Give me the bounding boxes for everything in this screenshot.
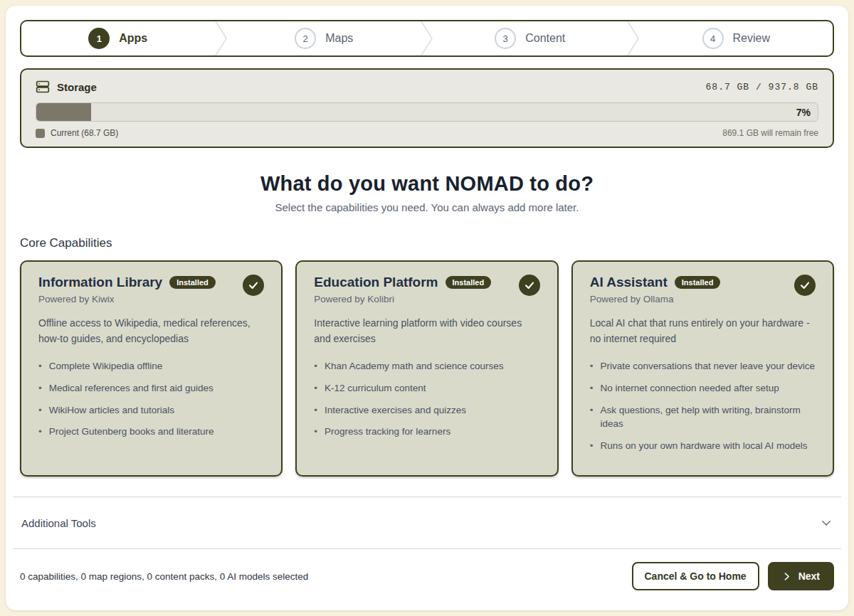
chevron-right-icon xyxy=(782,572,791,581)
storage-percent-label: 7% xyxy=(796,107,811,118)
page-title: What do you want NOMAD to do? xyxy=(20,172,834,196)
storage-usage-readout: 68.7 GB / 937.8 GB xyxy=(706,82,818,92)
step-label: Apps xyxy=(119,32,147,45)
feature-text: Progress tracking for learners xyxy=(325,425,450,439)
step-number-badge: 1 xyxy=(88,28,110,49)
additional-tools-toggle[interactable]: Additional Tools xyxy=(20,497,834,548)
next-button-label: Next xyxy=(798,570,820,582)
feature-text: Medical references and first aid guides xyxy=(49,381,214,395)
check-icon[interactable] xyxy=(243,275,264,296)
card-description: Local AI chat that runs entirely on your… xyxy=(590,316,816,346)
feature-item: •Progress tracking for learners xyxy=(314,425,539,439)
feature-text: Interactive exercises and quizzes xyxy=(325,403,466,418)
stepper-step-apps[interactable]: 1 Apps xyxy=(21,21,215,55)
chevron-right-icon xyxy=(421,21,433,55)
feature-text: Private conversations that never leave y… xyxy=(600,359,815,373)
powered-by-label: Powered by Ollama xyxy=(590,294,721,304)
feature-text: Runs on your own hardware with local AI … xyxy=(600,439,807,453)
feature-text: Ask questions, get help with writing, br… xyxy=(600,403,816,431)
section-title-core-capabilities: Core Capabilities xyxy=(20,236,834,250)
step-label: Review xyxy=(733,32,770,45)
capability-card-information-library[interactable]: Information Library Installed Powered by… xyxy=(20,260,283,477)
bullet-glyph: • xyxy=(590,381,594,395)
card-title: Information Library xyxy=(38,275,162,290)
legend-current-swatch xyxy=(36,129,45,138)
installed-badge: Installed xyxy=(446,276,492,289)
bullet-glyph: • xyxy=(590,359,594,373)
step-number-badge: 3 xyxy=(495,28,516,49)
card-description: Interactive learning platform with video… xyxy=(314,316,539,346)
setup-wizard-panel: 1 Apps 2 Maps 3 Content 4 Review xyxy=(6,6,848,610)
installed-badge: Installed xyxy=(675,276,721,289)
feature-item: •Ask questions, get help with writing, b… xyxy=(590,403,816,431)
feature-item: •Complete Wikipedia offline xyxy=(38,359,264,373)
server-icon xyxy=(36,80,50,94)
feature-text: Khan Academy math and science courses xyxy=(325,359,503,373)
powered-by-label: Powered by Kolibri xyxy=(314,294,491,304)
bullet-glyph: • xyxy=(38,381,42,395)
check-icon[interactable] xyxy=(794,275,816,296)
feature-item: •Project Gutenberg books and literature xyxy=(38,425,264,439)
feature-item: •WikiHow articles and tutorials xyxy=(38,403,264,418)
cancel-go-home-button[interactable]: Cancel & Go to Home xyxy=(632,562,759,590)
stepper-step-review[interactable]: 4 Review xyxy=(640,21,833,55)
additional-tools-label: Additional Tools xyxy=(21,517,96,529)
feature-item: •Private conversations that never leave … xyxy=(590,359,816,373)
stepper-step-content[interactable]: 3 Content xyxy=(433,21,627,55)
storage-title: Storage xyxy=(57,81,97,93)
storage-panel: Storage 68.7 GB / 937.8 GB 7% Current (6… xyxy=(20,68,834,148)
storage-free-note: 869.1 GB will remain free xyxy=(722,128,818,138)
bullet-glyph: • xyxy=(314,403,317,418)
feature-item: •Khan Academy math and science courses xyxy=(314,359,539,373)
capability-cards: Information Library Installed Powered by… xyxy=(20,260,834,477)
powered-by-label: Powered by Kiwix xyxy=(38,294,216,304)
card-description: Offline access to Wikipedia, medical ref… xyxy=(38,316,264,346)
feature-item: •Interactive exercises and quizzes xyxy=(314,403,539,418)
chevron-right-icon xyxy=(627,21,640,55)
selection-summary: 0 capabilities, 0 map regions, 0 content… xyxy=(20,571,308,582)
step-number-badge: 4 xyxy=(702,28,724,49)
feature-item: •K-12 curriculum content xyxy=(314,381,539,395)
step-number-badge: 2 xyxy=(295,28,316,49)
feature-text: No internet connection needed after setu… xyxy=(600,381,779,395)
wizard-stepper: 1 Apps 2 Maps 3 Content 4 Review xyxy=(20,20,834,57)
capability-card-ai-assistant[interactable]: AI Assistant Installed Powered by Ollama… xyxy=(571,260,834,477)
wizard-footer: 0 capabilities, 0 map regions, 0 content… xyxy=(20,562,834,590)
bullet-glyph: • xyxy=(590,403,594,431)
chevron-right-icon xyxy=(215,21,228,55)
chevron-down-icon[interactable] xyxy=(820,516,833,529)
feature-text: K-12 curriculum content xyxy=(325,381,426,395)
feature-text: Project Gutenberg books and literature xyxy=(49,425,214,439)
card-title: Education Platform xyxy=(314,275,438,290)
step-label: Maps xyxy=(325,32,353,45)
legend-current-label: Current (68.7 GB) xyxy=(51,128,118,138)
feature-item: •Medical references and first aid guides xyxy=(38,381,264,395)
step-label: Content xyxy=(525,32,565,45)
bullet-glyph: • xyxy=(314,425,317,439)
bullet-glyph: • xyxy=(38,425,42,439)
check-icon[interactable] xyxy=(519,275,540,296)
feature-item: •No internet connection needed after set… xyxy=(590,381,816,395)
bullet-glyph: • xyxy=(38,359,42,373)
stepper-step-maps[interactable]: 2 Maps xyxy=(228,21,421,55)
bullet-glyph: • xyxy=(38,403,42,418)
bullet-glyph: • xyxy=(314,359,317,373)
bullet-glyph: • xyxy=(590,439,594,453)
divider xyxy=(13,548,841,549)
installed-badge: Installed xyxy=(169,276,216,289)
feature-text: Complete Wikipedia offline xyxy=(49,359,163,373)
next-button[interactable]: Next xyxy=(768,562,834,590)
card-title: AI Assistant xyxy=(590,275,668,290)
capability-card-education-platform[interactable]: Education Platform Installed Powered by … xyxy=(295,260,558,477)
page-subtitle: Select the capabilities you need. You ca… xyxy=(20,201,834,213)
storage-progress-bar: 7% xyxy=(36,102,818,122)
storage-progress-fill xyxy=(36,103,91,121)
feature-text: WikiHow articles and tutorials xyxy=(49,403,174,418)
feature-item: •Runs on your own hardware with local AI… xyxy=(590,439,816,453)
bullet-glyph: • xyxy=(314,381,317,395)
